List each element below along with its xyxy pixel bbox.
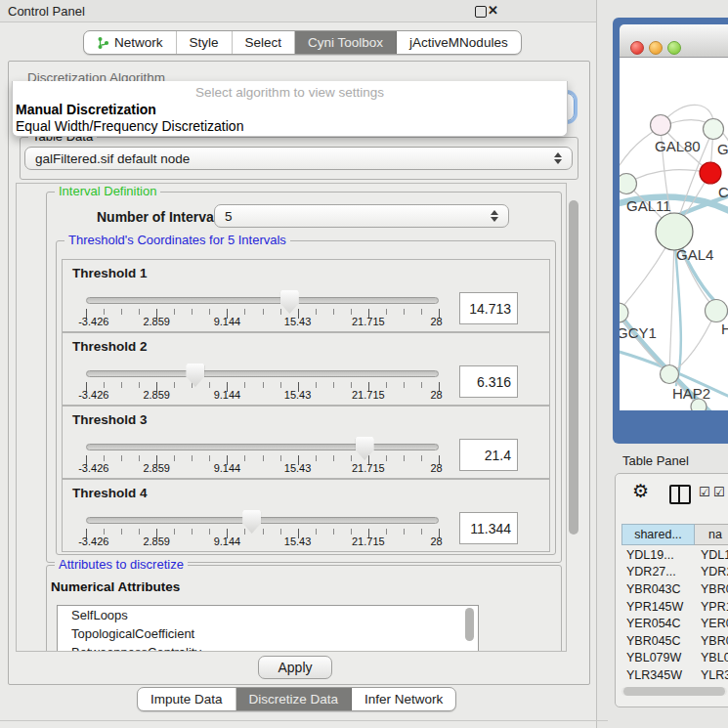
- screen: Control Panel ✕ Network Style Select Cyn…: [0, 0, 728, 728]
- tab-style[interactable]: Style: [177, 31, 233, 54]
- list-item[interactable]: TopologicalCoefficient: [58, 624, 478, 643]
- column-header-name[interactable]: na: [695, 524, 728, 545]
- threshold-2-slider-track[interactable]: [86, 370, 439, 377]
- minimize-traffic-light[interactable]: [649, 41, 663, 55]
- label-gal80: GAL80: [655, 138, 701, 154]
- table-panel-title: Table Panel: [622, 453, 689, 468]
- label-gcy1: GCY1: [620, 324, 657, 341]
- tab-impute-data[interactable]: Impute Data: [138, 688, 236, 710]
- table-horizontal-scrollbar[interactable]: [621, 687, 727, 696]
- tab-select-label: Select: [245, 35, 282, 50]
- threshold-1-slider-track[interactable]: [86, 297, 439, 304]
- table-row[interactable]: YER054CYER0: [621, 615, 728, 632]
- close-traffic-light[interactable]: [630, 41, 644, 55]
- threshold-4-row: Threshold 4 -3.4262.859 9.14415.43 21.71…: [62, 479, 550, 552]
- list-scrollbar[interactable]: [465, 608, 474, 641]
- threshold-3-slider-track[interactable]: [86, 444, 439, 450]
- table-row[interactable]: YBR043CYBR0: [621, 580, 728, 598]
- label-g-cut: G.: [717, 141, 728, 157]
- list-item[interactable]: BetweennessCentrality: [58, 643, 478, 652]
- window-title: Control Panel: [8, 4, 85, 19]
- table-row[interactable]: YBR045CYBR0: [621, 632, 728, 650]
- panel-scrollbar-thumb[interactable]: [569, 200, 578, 535]
- zoom-traffic-light[interactable]: [667, 41, 681, 55]
- column-header-shared-name[interactable]: shared...: [621, 524, 695, 545]
- top-tab-bar: Network Style Select Cyni Toolbox jActiv…: [83, 30, 522, 55]
- threshold-1-label: Threshold 1: [72, 266, 148, 280]
- number-of-intervals-value: 5: [225, 209, 233, 224]
- checkbox-icon[interactable]: ☑: [713, 486, 725, 498]
- checkbox-icon[interactable]: ☑: [699, 486, 710, 498]
- tab-jactivemnodules[interactable]: jActiveMNodules: [397, 31, 521, 54]
- threshold-3-value-field[interactable]: 21.4: [459, 439, 518, 471]
- table-row[interactable]: YBL079WYBL0: [621, 650, 728, 667]
- label-hap2: HAP2: [672, 385, 710, 402]
- table-row[interactable]: YPR145WYPR1: [621, 598, 728, 616]
- table-row[interactable]: YDL19...YDL1: [621, 546, 728, 564]
- tab-select[interactable]: Select: [233, 31, 296, 54]
- table-data-combobox[interactable]: galFiltered.sif default node: [24, 147, 573, 170]
- tab-infer-network-label: Infer Network: [364, 692, 443, 707]
- thresholds-group-label: Threshold's Coordinates for 5 Intervals: [64, 234, 290, 247]
- node-h: [706, 300, 728, 322]
- table-panel: ⚙ ☑ ☑ shared... na YDL19...YDL1 YDR27...…: [615, 473, 728, 707]
- dropdown-option-equal-width[interactable]: Equal Width/Frequency Discretization: [16, 118, 243, 134]
- tab-discretize-data-label: Discretize Data: [249, 692, 339, 707]
- network-view-window: GAL80 G. C GAL11 GAL4 GCY1 H HAP2: [613, 18, 728, 444]
- table-row[interactable]: YLR345WYLR3: [621, 666, 728, 684]
- node-table-body: YDL19...YDL1 YDR27...YDR2 YBR043CYBR0 YP…: [621, 546, 728, 685]
- node-gal4: [656, 213, 693, 250]
- list-item[interactable]: SelfLoops: [58, 606, 478, 624]
- numerical-attributes-list[interactable]: SelfLoops TopologicalCoefficient Between…: [57, 605, 479, 652]
- tab-network-label: Network: [114, 35, 163, 50]
- gear-icon[interactable]: ⚙: [632, 482, 649, 501]
- label-gal11: GAL11: [626, 197, 671, 214]
- table-row[interactable]: YIL052CYIL0: [621, 684, 728, 685]
- network-window-titlebar: [620, 24, 728, 58]
- slider-scale-labels: -3.4262.859 9.14415.43 21.71528: [86, 535, 439, 548]
- split-columns-icon[interactable]: [669, 485, 691, 504]
- label-c-cut: C: [718, 184, 728, 200]
- tab-infer-network[interactable]: Infer Network: [352, 688, 455, 710]
- threshold-4-label: Threshold 4: [72, 486, 148, 500]
- tab-cyni-toolbox[interactable]: Cyni Toolbox: [295, 31, 397, 54]
- node-hap2: [661, 365, 679, 384]
- label-gal4: GAL4: [676, 246, 713, 263]
- number-of-intervals-combobox[interactable]: 5: [214, 204, 509, 228]
- table-data-selected: galFiltered.sif default node: [35, 151, 190, 166]
- network-icon: [97, 36, 109, 50]
- dropdown-placeholder-item[interactable]: Select algorithm to view settings: [13, 85, 567, 100]
- settings-scroll-viewport: Interval Definition Number of Intervals …: [16, 183, 567, 652]
- threshold-4-value-field[interactable]: 11.344: [459, 512, 518, 544]
- float-window-icon[interactable]: [475, 6, 487, 18]
- node-top-right: [704, 119, 724, 140]
- apply-button[interactable]: Apply: [258, 656, 332, 679]
- table-panel-section: Table Panel ⚙ ☑ ☑ shared... na YDL19...Y…: [608, 446, 728, 728]
- label-h-cut: H: [721, 321, 728, 337]
- node-gcy1: [620, 303, 628, 322]
- dropdown-option-manual[interactable]: Manual Discretization: [16, 102, 156, 117]
- threshold-3-row: Threshold 3 -3.4262.859 9.14415.43 21.71…: [62, 406, 550, 479]
- control-panel-titlebar: Control Panel ✕: [0, 0, 596, 22]
- network-canvas[interactable]: GAL80 G. C GAL11 GAL4 GCY1 H HAP2: [620, 58, 728, 410]
- close-icon[interactable]: ✕: [488, 3, 498, 18]
- slider-scale-labels: -3.4262.859 9.14415.43 21.71528: [86, 389, 439, 402]
- threshold-4-slider-track[interactable]: [86, 517, 439, 524]
- bottom-tab-bar: Impute Data Discretize Data Infer Networ…: [137, 687, 456, 711]
- threshold-2-label: Threshold 2: [72, 339, 148, 354]
- tab-jactivemnodules-label: jActiveMNodules: [409, 35, 508, 50]
- table-row[interactable]: YDR27...YDR2: [621, 564, 728, 581]
- threshold-1-value-field[interactable]: 14.713: [459, 292, 518, 324]
- threshold-2-value-field[interactable]: 6.316: [459, 365, 518, 398]
- panel-scrollbar[interactable]: [568, 185, 579, 648]
- interval-definition-label: Interval Definition: [55, 185, 160, 198]
- table-horizontal-scrollbar-thumb[interactable]: [623, 687, 725, 696]
- attributes-group-label: Attributes to discretize: [55, 558, 188, 572]
- numerical-attributes-label: Numerical Attributes: [51, 579, 180, 594]
- attributes-group: Attributes to discretize Numerical Attri…: [46, 565, 562, 652]
- control-panel-window: Control Panel ✕ Network Style Select Cyn…: [0, 0, 597, 728]
- threshold-2-row: Threshold 2 -3.4262.859 9.14415.43 21.71…: [62, 332, 550, 406]
- node-selected-red: [700, 162, 721, 184]
- tab-discretize-data[interactable]: Discretize Data: [236, 688, 353, 710]
- tab-network[interactable]: Network: [84, 31, 177, 54]
